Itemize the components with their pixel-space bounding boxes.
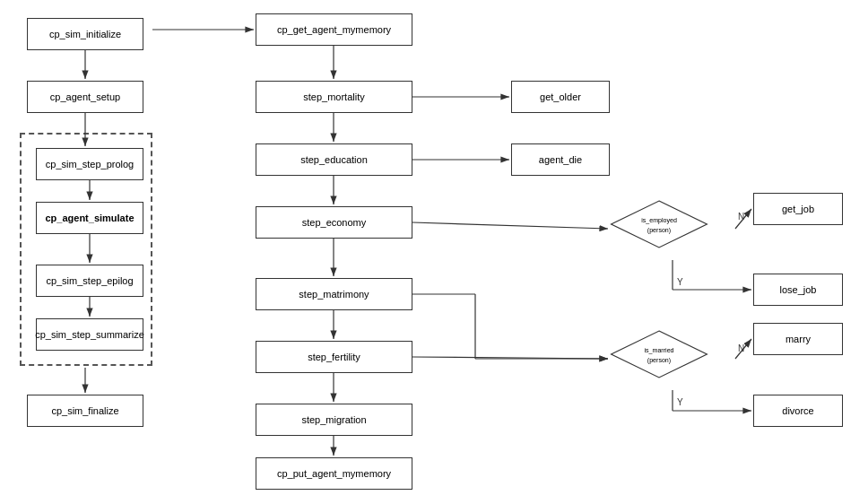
diamond-is-married: is_married (person) — [610, 327, 708, 381]
box-cp-agent-simulate: cp_agent_simulate — [36, 202, 143, 234]
box-step-mortality: step_mortality — [256, 81, 412, 113]
box-cp-sim-initialize: cp_sim_initialize — [27, 18, 143, 50]
box-step-education: step_education — [256, 143, 412, 176]
box-step-matrimony: step_matrimony — [256, 278, 412, 310]
box-cp-sim-finalize: cp_sim_finalize — [27, 395, 143, 427]
svg-text:is_married: is_married — [645, 347, 674, 354]
svg-text:Y: Y — [677, 277, 683, 287]
box-step-migration: step_migration — [256, 404, 412, 436]
box-divorce: divorce — [753, 395, 843, 427]
diagram: cp_sim_initialize cp_agent_setup cp_sim_… — [0, 0, 868, 504]
box-cp-sim-step-prolog: cp_sim_step_prolog — [36, 148, 143, 180]
box-lose-job: lose_job — [753, 274, 843, 306]
box-marry: marry — [753, 323, 843, 355]
svg-text:(person): (person) — [647, 357, 671, 364]
box-get-older: get_older — [511, 81, 610, 113]
svg-marker-3 — [612, 331, 707, 378]
box-step-fertility: step_fertility — [256, 341, 412, 373]
box-cp-put-agent-mymemory: cp_put_agent_mymemory — [256, 457, 412, 490]
svg-line-22 — [412, 222, 608, 229]
svg-line-23 — [735, 209, 751, 229]
box-cp-get-agent-mymemory: cp_get_agent_mymemory — [256, 13, 412, 46]
box-cp-agent-setup: cp_agent_setup — [27, 81, 143, 113]
svg-text:is_employed: is_employed — [641, 217, 677, 224]
diamond-is-employed: is_employed (person) — [610, 197, 708, 251]
box-cp-sim-step-summarize: cp_sim_step_summarize — [36, 318, 143, 351]
box-get-job: get_job — [753, 193, 843, 225]
svg-line-31 — [412, 357, 608, 359]
svg-text:Y: Y — [677, 397, 683, 407]
svg-text:N: N — [738, 212, 744, 222]
box-agent-die: agent_die — [511, 143, 610, 176]
svg-text:N: N — [738, 343, 744, 353]
svg-text:(person): (person) — [647, 227, 671, 234]
box-cp-sim-step-epilog: cp_sim_step_epilog — [36, 265, 143, 297]
svg-line-32 — [735, 339, 751, 359]
box-step-economy: step_economy — [256, 206, 412, 239]
svg-marker-0 — [612, 201, 707, 248]
